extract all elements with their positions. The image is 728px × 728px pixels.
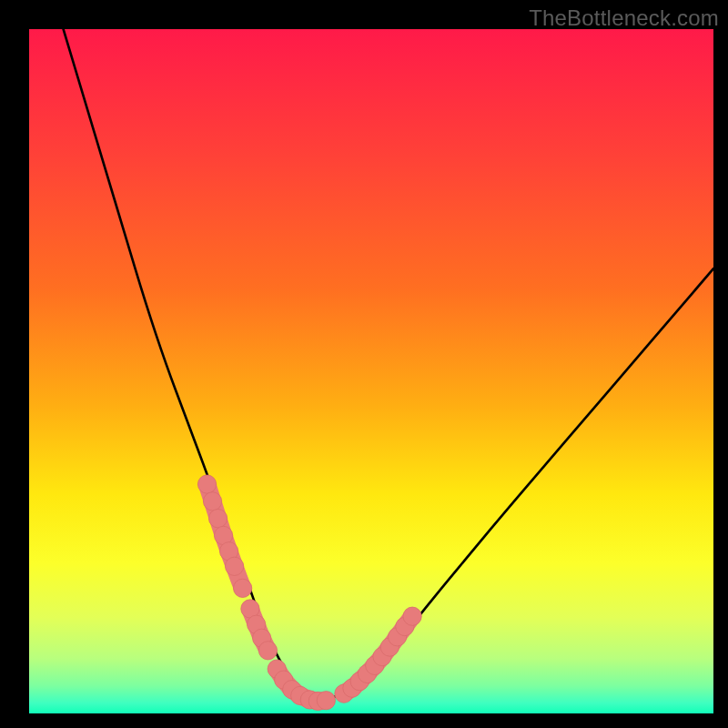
marker-dot xyxy=(208,510,227,528)
marker-dot xyxy=(317,692,335,710)
marker-dot xyxy=(225,557,243,575)
marker-dot xyxy=(197,475,216,493)
marker-dot xyxy=(258,642,277,660)
highlighted-points xyxy=(197,475,421,711)
chart-frame: TheBottleneck.com xyxy=(0,0,728,728)
marker-dot xyxy=(403,607,421,625)
bottleneck-curve xyxy=(64,29,713,700)
plot-area xyxy=(29,29,713,713)
marker-dot xyxy=(233,579,251,597)
curve-layer xyxy=(29,29,713,713)
watermark-text: TheBottleneck.com xyxy=(529,5,719,31)
marker-dot xyxy=(203,492,221,511)
